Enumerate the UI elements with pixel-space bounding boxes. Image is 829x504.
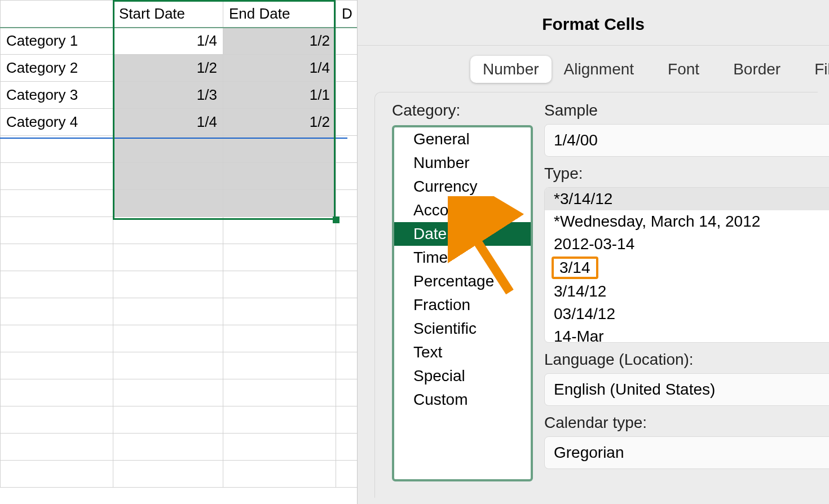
cell-b4[interactable]: 1/3 [113, 82, 223, 109]
tab-fill[interactable]: Fill [802, 56, 829, 83]
type-item-highlighted[interactable]: 3/14 [552, 257, 598, 279]
header-end-date[interactable]: End Date [223, 1, 336, 28]
cat-general[interactable]: General [394, 127, 531, 151]
cell-cat1[interactable]: Category 1 [1, 28, 113, 55]
table-row: Category 2 1/2 1/4 [1, 55, 361, 82]
type-item[interactable]: *3/14/12 [545, 188, 829, 210]
category-list[interactable]: General Number Currency Accounting Date … [392, 125, 533, 481]
format-cells-dialog: Format Cells Number Alignment Font Borde… [357, 0, 829, 504]
calendar-label: Calendar type: [544, 414, 829, 432]
cell-cat2[interactable]: Category 2 [1, 55, 113, 82]
cat-scientific[interactable]: Scientific [394, 317, 531, 341]
table-row: Category 4 1/4 1/2 [1, 109, 361, 136]
tab-font[interactable]: Font [655, 56, 712, 83]
cat-time[interactable]: Time [394, 246, 531, 269]
cell-cat4[interactable]: Category 4 [1, 109, 113, 136]
cat-number[interactable]: Number [394, 151, 531, 175]
tab-bar: Number Alignment Font Border Fill [358, 46, 829, 90]
cat-currency[interactable]: Currency [394, 175, 531, 198]
type-item[interactable]: 14-Mar [545, 325, 829, 343]
type-list[interactable]: *3/14/12 *Wednesday, March 14, 2012 2012… [544, 187, 829, 343]
cat-text[interactable]: Text [394, 341, 531, 364]
header-start-date[interactable]: Start Date [113, 1, 223, 28]
sample-label: Sample [544, 101, 829, 120]
tab-border[interactable]: Border [721, 56, 793, 83]
cat-accounting[interactable]: Accounting [394, 198, 531, 222]
cell-b2[interactable]: 1/4 [113, 28, 223, 55]
dialog-title: Format Cells [358, 0, 829, 46]
type-item[interactable]: 03/14/12 [545, 303, 829, 325]
sample-value: 1/4/00 [544, 124, 829, 157]
row-boundary-line [0, 138, 347, 139]
cat-special[interactable]: Special [394, 364, 531, 388]
spreadsheet[interactable]: Start Date End Date D Category 1 1/4 1/2… [0, 0, 361, 504]
cell-b5[interactable]: 1/4 [113, 109, 223, 136]
tab-number[interactable]: Number [470, 56, 552, 83]
right-column: Sample 1/4/00 Type: *3/14/12 *Wednesday,… [544, 101, 829, 477]
calendar-select[interactable]: Gregorian [544, 436, 829, 469]
cell-cat3[interactable]: Category 3 [1, 82, 113, 109]
header-blank[interactable] [1, 1, 113, 28]
cell-c2[interactable]: 1/2 [223, 28, 336, 55]
type-item[interactable]: *Wednesday, March 14, 2012 [545, 210, 829, 233]
cell-c3[interactable]: 1/4 [223, 55, 336, 82]
language-select[interactable]: English (United States) [544, 373, 829, 406]
cat-date[interactable]: Date [394, 222, 531, 246]
cell-b3[interactable]: 1/2 [113, 55, 223, 82]
cat-percentage[interactable]: Percentage [394, 269, 531, 293]
cell-c4[interactable]: 1/1 [223, 82, 336, 109]
type-item[interactable]: 2012-03-14 [545, 233, 829, 255]
type-item[interactable]: 3/14/12 [545, 280, 829, 303]
header-row: Start Date End Date D [1, 1, 361, 28]
cat-fraction[interactable]: Fraction [394, 293, 531, 317]
cat-custom[interactable]: Custom [394, 388, 531, 412]
selection-handle[interactable] [333, 216, 339, 223]
table-row: Category 1 1/4 1/2 [1, 28, 361, 55]
tab-alignment[interactable]: Alignment [552, 56, 647, 83]
grid-table: Start Date End Date D Category 1 1/4 1/2… [0, 0, 361, 488]
language-label: Language (Location): [544, 351, 829, 369]
number-panel: Category: General Number Currency Accoun… [374, 92, 818, 498]
table-row: Category 3 1/3 1/1 [1, 82, 361, 109]
cell-c5[interactable]: 1/2 [223, 109, 336, 136]
type-label: Type: [544, 165, 829, 183]
